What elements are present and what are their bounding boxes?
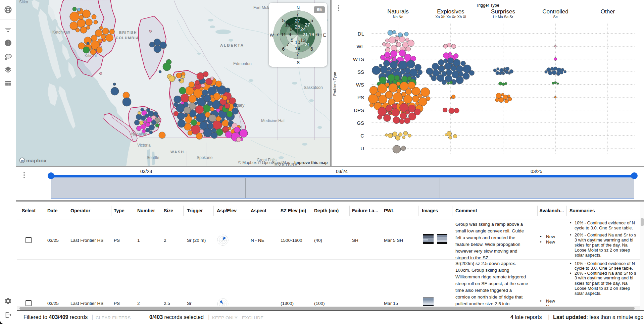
- svg-text:25: 25: [295, 24, 300, 30]
- svg-text:Explosives: Explosives: [437, 8, 464, 15]
- svg-text:© Mapbox © OpenStreetMap: © Mapbox © OpenStreetMap: [238, 160, 290, 165]
- svg-text:SS: SS: [357, 69, 364, 75]
- svg-text:Trigger Type: Trigger Type: [476, 3, 499, 8]
- svg-text:27: 27: [295, 18, 300, 23]
- svg-text:WASH.: WASH.: [170, 150, 186, 154]
- svg-text:Problem Type: Problem Type: [333, 72, 337, 96]
- svg-text:21: 21: [305, 42, 310, 47]
- svg-text:9: 9: [289, 32, 291, 37]
- svg-text:Na Nc: Na Nc: [393, 15, 403, 19]
- svg-text:27: 27: [305, 22, 310, 28]
- svg-text:WL: WL: [357, 44, 364, 49]
- svg-text:GS: GS: [357, 120, 364, 126]
- svg-text:PS: PS: [357, 95, 364, 100]
- svg-text:BRITISH: BRITISH: [119, 31, 137, 35]
- svg-text:Ketchikan: Ketchikan: [52, 30, 70, 35]
- svg-text:W: W: [270, 33, 274, 38]
- svg-text:C: C: [360, 133, 364, 139]
- svg-text:Improve this map: Improve this map: [294, 160, 328, 165]
- svg-text:Other: Other: [601, 8, 615, 15]
- svg-text:7: 7: [286, 42, 289, 47]
- svg-text:DL: DL: [358, 31, 364, 37]
- svg-text:21: 21: [303, 32, 308, 37]
- svg-text:7: 7: [276, 32, 279, 37]
- svg-text:Sc: Sc: [553, 15, 558, 19]
- svg-text:Edmonton: Edmonton: [233, 61, 252, 66]
- svg-text:10: 10: [295, 40, 300, 45]
- svg-text:COLUMBIA: COLUMBIA: [116, 36, 139, 40]
- svg-text:7: 7: [296, 52, 299, 57]
- svg-text:7: 7: [296, 12, 299, 17]
- svg-text:WS: WS: [356, 82, 364, 88]
- svg-text:U: U: [360, 146, 364, 151]
- svg-text:Naturals: Naturals: [387, 8, 408, 15]
- svg-text:5: 5: [291, 38, 293, 43]
- svg-text:mapbox: mapbox: [26, 158, 47, 163]
- svg-text:WTS: WTS: [353, 56, 364, 62]
- svg-text:Victoria: Victoria: [137, 143, 151, 148]
- svg-text:Seattle: Seattle: [147, 155, 159, 160]
- svg-text:Spokane: Spokane: [197, 155, 213, 160]
- svg-text:DPS: DPS: [354, 107, 364, 113]
- svg-text:Controlled: Controlled: [542, 8, 568, 15]
- svg-text:Medicine Hat: Medicine Hat: [261, 118, 285, 123]
- svg-text:m: m: [21, 159, 24, 162]
- svg-text:ALBERTA: ALBERTA: [220, 43, 244, 47]
- svg-text:6: 6: [310, 46, 313, 52]
- svg-text:Hr Ma Sa Sr: Hr Ma Sa Sr: [493, 15, 513, 19]
- svg-text:N: N: [297, 5, 300, 10]
- svg-text:11: 11: [281, 32, 286, 37]
- svg-text:Saskatoon: Saskatoon: [304, 85, 323, 90]
- svg-text:S: S: [297, 60, 300, 65]
- svg-text:6: 6: [316, 32, 319, 37]
- svg-text:Sitka: Sitka: [19, 0, 28, 4]
- svg-text:15: 15: [285, 22, 290, 28]
- svg-text:Surprises: Surprises: [491, 8, 515, 15]
- svg-text:5: 5: [282, 18, 285, 23]
- svg-text:Xa Xb Xc Xe Xh Xl: Xa Xb Xc Xe Xh Xl: [435, 15, 466, 19]
- svg-text:E: E: [323, 33, 326, 38]
- svg-text:14: 14: [295, 46, 300, 51]
- svg-text:6: 6: [282, 46, 285, 52]
- svg-text:5: 5: [310, 18, 313, 23]
- svg-text:19: 19: [309, 32, 314, 37]
